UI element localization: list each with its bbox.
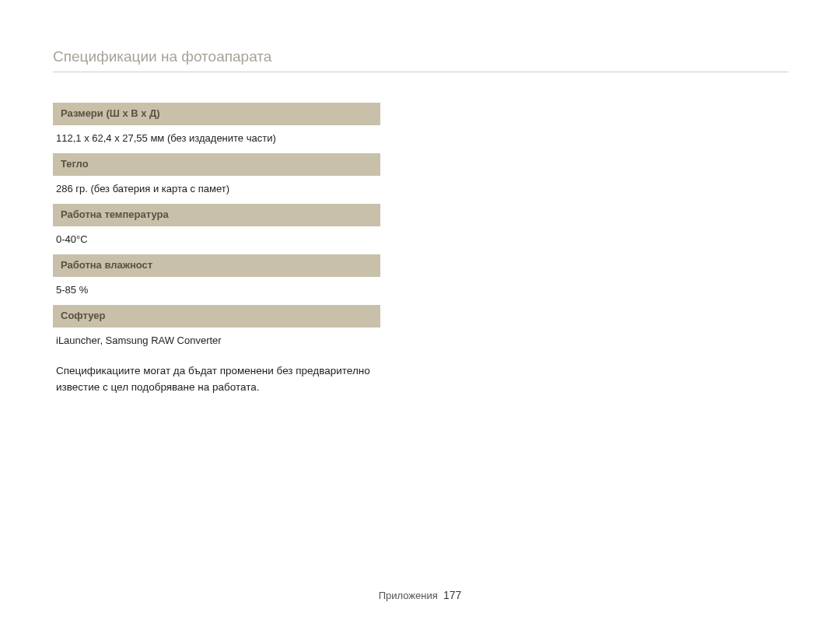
- specifications-table: Размери (Ш x В x Д) 112,1 x 62,4 x 27,55…: [53, 103, 380, 396]
- spec-value-operating-humidity: 5-85 %: [53, 277, 380, 305]
- spec-header-dimensions: Размери (Ш x В x Д): [53, 103, 380, 125]
- spec-value-weight: 286 гр. (без батерия и карта с памет): [53, 176, 380, 204]
- footer-page-number: 177: [443, 589, 461, 601]
- title-divider: [53, 72, 789, 72]
- spec-value-dimensions: 112,1 x 62,4 x 27,55 мм (без издадените …: [53, 125, 380, 153]
- page-footer: Приложения 177: [0, 589, 840, 601]
- spec-header-operating-humidity: Работна влажност: [53, 254, 380, 277]
- spec-header-operating-temperature: Работна температура: [53, 204, 380, 226]
- footer-section-label: Приложения: [379, 590, 438, 601]
- spec-header-weight: Тегло: [53, 153, 380, 176]
- spec-value-software: iLauncher, Samsung RAW Converter: [53, 328, 380, 356]
- spec-header-software: Софтуер: [53, 305, 380, 328]
- page-title: Спецификации на фотоапарата: [53, 48, 271, 65]
- spec-change-notice: Спецификациите могат да бъдат променени …: [53, 356, 380, 396]
- spec-value-operating-temperature: 0-40°C: [53, 226, 380, 254]
